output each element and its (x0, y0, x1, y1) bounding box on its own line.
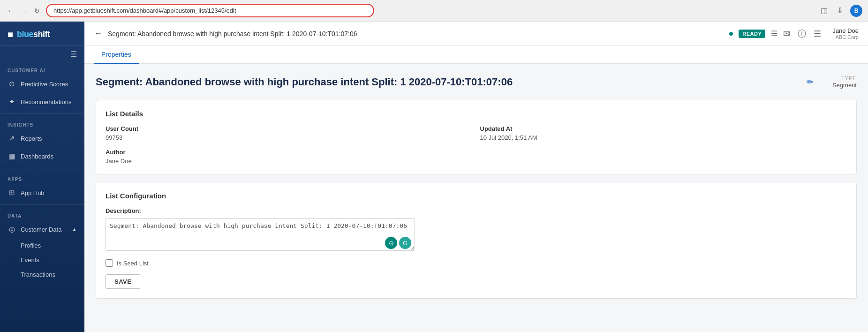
customer-data-icon: ◎ (8, 225, 16, 234)
message-icon[interactable]: ✉ (783, 29, 790, 39)
browser-right-icons: ◫ ⇩ B (818, 5, 862, 17)
user-info: Jane Doe ABC Corp (832, 27, 859, 40)
reports-icon: ↗ (8, 134, 16, 143)
list-details-grid: User Count 99753 Updated At 10 Jul 2020,… (106, 125, 847, 165)
updated-at-label: Updated At (480, 125, 847, 132)
browser-profile[interactable]: B (850, 5, 862, 17)
user-count-group: User Count 99753 (106, 125, 473, 141)
main-content: ← Segment: Abandoned browse with high pu… (84, 22, 868, 332)
edit-pencil-icon[interactable]: ✏ (807, 77, 814, 87)
list-config-icon[interactable]: ☰ (771, 29, 777, 38)
address-bar[interactable] (46, 4, 374, 17)
segment-title: Segment: Abandoned browse with high purc… (96, 76, 801, 88)
ready-badge: READY (739, 30, 765, 38)
back-button[interactable]: ← (94, 29, 102, 38)
is-seed-list-label: Is Seed List (117, 260, 149, 267)
predictive-scores-icon: ⊙ (8, 80, 16, 88)
description-label: Description: (106, 207, 847, 214)
segment-header: Segment: Abandoned browse with high purc… (96, 75, 857, 89)
user-count-value: 99753 (106, 134, 473, 141)
status-dot (729, 32, 733, 36)
recommendations-icon: ✦ (8, 98, 16, 106)
data-section-label: DATA (0, 208, 84, 220)
sidebar-item-app-hub[interactable]: ⊞ App Hub (0, 184, 84, 202)
type-label: Type (819, 75, 857, 82)
sidebar-toggle: ☰ (0, 46, 84, 62)
sidebar-item-customer-data[interactable]: ◎ Customer Data ▲ (0, 220, 84, 238)
sidebar-item-label-customer-data: Customer Data (21, 226, 61, 233)
user-company: ABC Corp (832, 34, 859, 40)
type-info: Type Segment (819, 75, 857, 89)
sidebar-item-label-apphub: App Hub (21, 189, 45, 196)
page-body: Segment: Abandoned browse with high purc… (84, 64, 868, 332)
list-details-card: List Details User Count 99753 Updated At… (96, 100, 857, 174)
apps-section-label: APPS (0, 171, 84, 184)
top-bar-title: Segment: Abandoned browse with high purc… (108, 30, 720, 38)
seed-list-row: Is Seed List (106, 259, 847, 267)
textarea-wrapper: ⊙ G (106, 218, 415, 253)
type-value: Segment (819, 82, 857, 89)
download-icon[interactable]: ⇩ (834, 5, 845, 16)
author-label: Author (106, 149, 473, 156)
sidebar-item-reports[interactable]: ↗ Reports (0, 129, 84, 147)
is-seed-list-checkbox[interactable] (106, 259, 113, 267)
refresh-button[interactable]: ↻ (32, 6, 42, 16)
help-icon[interactable]: ⓘ (798, 28, 806, 39)
sidebar-item-label-dashboards: Dashboards (21, 153, 53, 160)
description-textarea[interactable] (106, 218, 415, 251)
divider-3 (0, 204, 84, 205)
top-bar: ← Segment: Abandoned browse with high pu… (84, 22, 868, 46)
sidebar: ■ blueshift ☰ CUSTOMER AI ⊙ Predictive S… (0, 22, 84, 332)
list-config-card: List Configuration Description: ⊙ G Is S… (96, 182, 857, 299)
toggle-sidebar-button[interactable]: ☰ (70, 50, 77, 59)
user-count-label: User Count (106, 125, 473, 132)
insights-section-label: INSIGHTS (0, 117, 84, 129)
textarea-icons: ⊙ G (385, 237, 411, 249)
app-container: ■ blueshift ☰ CUSTOMER AI ⊙ Predictive S… (0, 22, 868, 332)
list-details-title: List Details (106, 110, 847, 118)
save-button[interactable]: SAVE (106, 274, 140, 289)
textarea-icon-green[interactable]: ⊙ (385, 237, 397, 249)
dashboards-icon: ▦ (8, 152, 16, 160)
sidebar-item-dashboards[interactable]: ▦ Dashboards (0, 147, 84, 165)
extensions-icon[interactable]: ◫ (818, 5, 830, 16)
sidebar-sub-item-events[interactable]: Events (0, 253, 84, 267)
tabs-bar: Properties (84, 46, 868, 64)
sidebar-item-label-predictive: Predictive Scores (21, 81, 68, 88)
divider-2 (0, 168, 84, 168)
hamburger-menu-icon[interactable]: ☰ (814, 29, 821, 39)
nav-buttons: ← → ↻ (6, 6, 42, 16)
sidebar-item-label-recommendations: Recommendations (21, 98, 71, 106)
back-nav-button[interactable]: ← (6, 6, 16, 16)
sidebar-sub-item-profiles[interactable]: Profiles (0, 238, 84, 253)
expand-arrow-icon: ▲ (72, 226, 77, 232)
address-bar-container (46, 4, 815, 17)
logo-text: blueshift (17, 30, 50, 39)
updated-at-value: 10 Jul 2020, 1:51 AM (480, 134, 847, 141)
author-group: Author Jane Doe (106, 149, 473, 165)
author-value: Jane Doe (106, 158, 473, 165)
logo-icon: ■ (8, 29, 13, 40)
updated-at-group: Updated At 10 Jul 2020, 1:51 AM (480, 125, 847, 141)
sidebar-item-predictive-scores[interactable]: ⊙ Predictive Scores (0, 75, 84, 93)
top-bar-icons: ✉ ⓘ ☰ Jane Doe ABC Corp (783, 27, 859, 40)
sidebar-item-label-reports: Reports (21, 135, 42, 142)
sidebar-sub-item-transactions[interactable]: Transactions (0, 267, 84, 282)
forward-nav-button[interactable]: → (19, 6, 29, 16)
sidebar-item-recommendations[interactable]: ✦ Recommendations (0, 93, 84, 111)
list-config-title: List Configuration (106, 192, 847, 200)
logo: ■ blueshift (0, 22, 84, 46)
divider-1 (0, 113, 84, 114)
browser-chrome: ← → ↻ ◫ ⇩ B (0, 0, 868, 22)
tab-properties[interactable]: Properties (94, 46, 139, 64)
app-hub-icon: ⊞ (8, 189, 16, 197)
textarea-icon-teal[interactable]: G (399, 237, 411, 249)
user-name: Jane Doe (832, 27, 859, 34)
customer-ai-section-label: CUSTOMER AI (0, 62, 84, 75)
